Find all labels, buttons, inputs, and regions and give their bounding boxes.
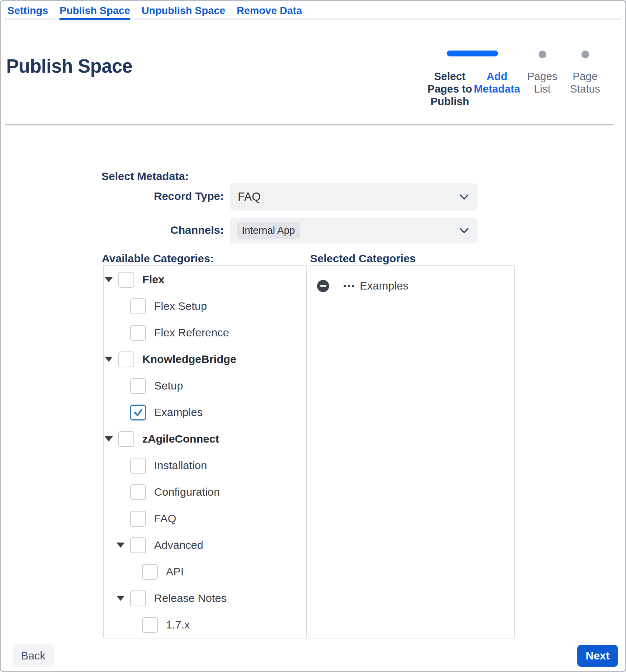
tree-item-label: Release Notes [154, 592, 227, 605]
checkbox-api[interactable] [142, 564, 158, 580]
tree-item-1-7-x: 1.7.x [104, 612, 306, 638]
page-title: Publish Space [6, 56, 132, 77]
tree-item-label: 1.7.x [166, 619, 190, 631]
tree-item-zagileconnect: zAgileConnect [104, 426, 306, 452]
checkbox-installation[interactable] [130, 458, 146, 474]
checkbox-flex[interactable] [118, 272, 134, 288]
checkbox-knowledgebridge[interactable] [118, 351, 134, 367]
tab-remove-data[interactable]: Remove Data [237, 1, 302, 20]
checkbox-flex-setup[interactable] [130, 298, 146, 314]
checkbox-flex-reference[interactable] [130, 325, 146, 341]
caret-down-icon[interactable] [116, 543, 125, 548]
stepper: Select Pages to PublishAdd MetadataPages… [426, 51, 607, 108]
tree-item-label: Setup [154, 380, 183, 392]
stepper-progress-pill [447, 51, 498, 56]
checkbox-faq[interactable] [130, 511, 146, 527]
selected-item-label: Examples [360, 280, 408, 292]
caret-down-icon[interactable] [116, 596, 125, 601]
tree-item-label: API [166, 565, 184, 578]
step-label-select-pages-to-publish: Select Pages to Publish [426, 70, 474, 108]
selected-item-examples: Examples [317, 277, 514, 295]
select-metadata-label: Select Metadata: [101, 170, 189, 183]
tree-item-label: Flex Setup [154, 300, 207, 312]
stepper-track-cell [564, 51, 606, 58]
channels-label: Channels: [101, 224, 224, 236]
tree-item-faq: FAQ [104, 505, 306, 532]
tree-item-label: KnowledgeBridge [142, 353, 236, 366]
caret-down-icon[interactable] [105, 277, 113, 282]
stepper-labels: Select Pages to PublishAdd MetadataPages… [426, 70, 607, 108]
tree-item-label: Examples [154, 406, 203, 419]
tree-item-examples: Examples [104, 399, 306, 426]
tree-item-label: Advanced [154, 539, 203, 551]
stepper-track [426, 51, 607, 56]
tree-item-label: FAQ [154, 512, 176, 525]
selected-categories-label: Selected Categories [310, 252, 416, 265]
record-type-label: Record Type: [101, 190, 224, 202]
checkbox-configuration[interactable] [130, 484, 146, 500]
tab-bar: SettingsPublish SpaceUnpublish SpaceRemo… [1, 1, 625, 20]
step-dot [581, 51, 589, 58]
next-button[interactable]: Next [577, 645, 618, 667]
tree-item-label: zAgileConnect [142, 433, 219, 445]
step-label-pages-list: Pages List [520, 70, 564, 108]
caret-down-icon[interactable] [105, 436, 113, 441]
step-label-page-status: Page Status [564, 70, 606, 108]
available-categories-panel: FlexFlex SetupFlex ReferenceKnowledgeBri… [103, 265, 307, 638]
tree-item-label: Flex Reference [154, 326, 229, 339]
tree-item-installation: Installation [104, 452, 306, 479]
available-categories-label: Available Categories: [102, 252, 214, 265]
tree-item-flex: Flex [104, 266, 306, 293]
checkbox-1-7-x[interactable] [142, 617, 158, 633]
chevron-down-icon [460, 228, 469, 233]
chevron-down-icon [460, 194, 469, 200]
checkbox-advanced[interactable] [130, 537, 146, 553]
checkbox-examples[interactable] [130, 405, 146, 420]
checkbox-setup[interactable] [130, 378, 146, 394]
remove-icon[interactable] [317, 280, 329, 292]
record-type-select[interactable]: FAQ [230, 183, 477, 211]
tree-item-release-notes: Release Notes [104, 585, 306, 612]
record-type-value: FAQ [238, 190, 261, 204]
tree-item-configuration: Configuration [104, 479, 306, 505]
tree-item-flex-reference: Flex Reference [104, 319, 306, 346]
tree-item-api: API [104, 558, 306, 585]
header-divider [5, 124, 614, 125]
step-dot [539, 51, 546, 58]
tree-item-label: Flex [142, 273, 164, 286]
channels-select[interactable]: Internal App [230, 218, 477, 243]
tree-item-label: Installation [154, 459, 207, 472]
checkbox-release-notes[interactable] [130, 590, 146, 606]
back-button[interactable]: Back [13, 644, 54, 667]
tree-item-knowledgebridge: KnowledgeBridge [104, 346, 306, 373]
stepper-track-cell [520, 51, 564, 58]
tree-item-flex-setup: Flex Setup [104, 293, 306, 319]
tree-item-setup: Setup [104, 373, 306, 399]
tree-item-advanced: Advanced [104, 532, 306, 558]
selected-categories-panel: Examples [310, 265, 515, 638]
tab-unpublish-space[interactable]: Unpublish Space [142, 1, 225, 20]
step-label-add-metadata: Add Metadata [474, 70, 520, 108]
publish-space-window: SettingsPublish SpaceUnpublish SpaceRemo… [0, 0, 626, 672]
tree-item-label: Configuration [154, 486, 220, 498]
channel-chip: Internal App [237, 222, 300, 239]
tab-publish-space[interactable]: Publish Space [59, 1, 130, 20]
tab-settings[interactable]: Settings [7, 1, 48, 20]
drag-handle-icon[interactable] [344, 285, 354, 287]
caret-down-icon[interactable] [105, 357, 113, 362]
checkbox-zagileconnect[interactable] [118, 431, 134, 447]
